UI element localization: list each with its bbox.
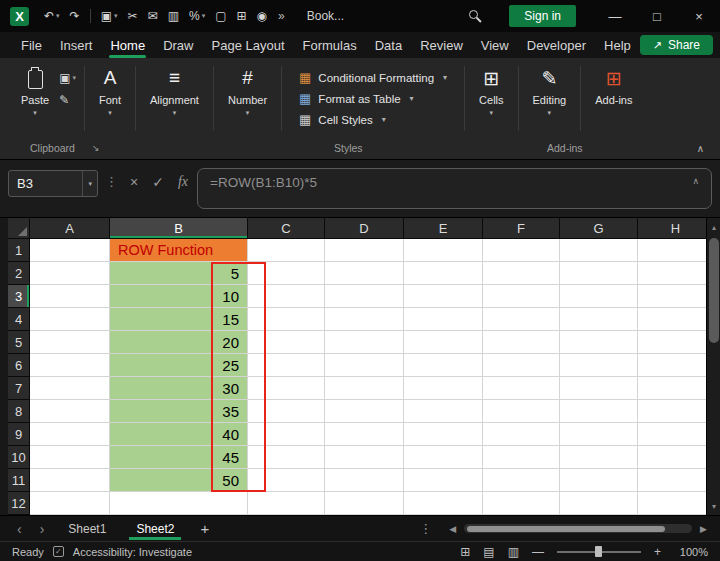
prev-sheet-icon[interactable]: ‹ bbox=[8, 521, 31, 537]
cell-E8[interactable] bbox=[404, 400, 483, 423]
horizontal-scrollbar[interactable] bbox=[464, 524, 692, 533]
cell-D12[interactable] bbox=[325, 492, 404, 515]
zoom-level[interactable]: 100% bbox=[674, 546, 708, 558]
row-header-3[interactable]: 3 bbox=[8, 285, 30, 308]
format-painter-icon[interactable]: ✎ bbox=[59, 93, 76, 107]
cell-A9[interactable] bbox=[30, 423, 110, 446]
cell-G12[interactable] bbox=[560, 492, 638, 515]
name-box-caret-icon[interactable]: ▾ bbox=[82, 171, 97, 196]
formula-input[interactable]: =ROW(B1:B10)*5 ∧ bbox=[197, 168, 712, 209]
collapse-ribbon-icon[interactable]: ∧ bbox=[697, 143, 704, 154]
new-sheet-button[interactable]: + bbox=[189, 520, 220, 537]
excel-app-icon[interactable]: X bbox=[10, 7, 29, 26]
sign-in-button[interactable]: Sign in bbox=[509, 5, 576, 27]
cell-C9[interactable] bbox=[248, 423, 325, 446]
number-button[interactable]: # Number ▾ bbox=[220, 63, 275, 119]
enter-icon[interactable]: ✓ bbox=[147, 168, 169, 190]
row-header-1[interactable]: 1 bbox=[8, 239, 30, 262]
copy-icon[interactable]: ▣▾ bbox=[96, 7, 123, 25]
cell-E5[interactable] bbox=[404, 331, 483, 354]
qat-overflow-icon[interactable]: » bbox=[272, 9, 291, 23]
scroll-down-icon[interactable]: ▾ bbox=[707, 499, 720, 513]
cell-C5[interactable] bbox=[248, 331, 325, 354]
cell-G4[interactable] bbox=[560, 308, 638, 331]
cell-B2[interactable]: 5 bbox=[110, 262, 248, 285]
scroll-right-icon[interactable]: ▶ bbox=[695, 524, 712, 534]
cell-C10[interactable] bbox=[248, 446, 325, 469]
cell-C6[interactable] bbox=[248, 354, 325, 377]
formula-bar-grip-icon[interactable]: ⋮ bbox=[102, 168, 121, 189]
row-header-6[interactable]: 6 bbox=[8, 354, 30, 377]
addins-button[interactable]: ⊞ Add-ins bbox=[587, 63, 640, 108]
scroll-up-icon[interactable]: ▴ bbox=[707, 220, 720, 234]
column-header-F[interactable]: F bbox=[483, 218, 560, 239]
cell-F8[interactable] bbox=[483, 400, 560, 423]
row-header-9[interactable]: 9 bbox=[8, 423, 30, 446]
share-button[interactable]: ↗ Share bbox=[640, 35, 713, 55]
cell-E9[interactable] bbox=[404, 423, 483, 446]
cell-B6[interactable]: 25 bbox=[110, 354, 248, 377]
cell-A6[interactable] bbox=[30, 354, 110, 377]
horizontal-scroll-thumb[interactable] bbox=[467, 526, 665, 532]
cell-A2[interactable] bbox=[30, 262, 110, 285]
new-document-icon[interactable]: ▢ bbox=[210, 7, 231, 25]
cell-G9[interactable] bbox=[560, 423, 638, 446]
cell-C7[interactable] bbox=[248, 377, 325, 400]
cell-F6[interactable] bbox=[483, 354, 560, 377]
cell-D9[interactable] bbox=[325, 423, 404, 446]
cell-F12[interactable] bbox=[483, 492, 560, 515]
page-layout-view-icon[interactable]: ▤ bbox=[483, 545, 494, 559]
zoom-slider[interactable] bbox=[557, 551, 641, 553]
cell-E6[interactable] bbox=[404, 354, 483, 377]
cell-A7[interactable] bbox=[30, 377, 110, 400]
cell-C4[interactable] bbox=[248, 308, 325, 331]
cell-B1[interactable]: ROW Function bbox=[110, 239, 248, 262]
cell-E12[interactable] bbox=[404, 492, 483, 515]
insert-function-icon[interactable]: fx bbox=[173, 168, 193, 190]
cell-G10[interactable] bbox=[560, 446, 638, 469]
cell-B11[interactable]: 50 bbox=[110, 469, 248, 492]
page-break-view-icon[interactable]: ▥ bbox=[508, 545, 519, 559]
paste-button[interactable]: Paste ▾ bbox=[13, 63, 57, 119]
cell-H9[interactable] bbox=[638, 423, 714, 446]
cell-A11[interactable] bbox=[30, 469, 110, 492]
mail-icon[interactable]: ✉ bbox=[143, 7, 163, 25]
column-header-D[interactable]: D bbox=[325, 218, 404, 239]
cell-E11[interactable] bbox=[404, 469, 483, 492]
cell-C8[interactable] bbox=[248, 400, 325, 423]
cell-E1[interactable] bbox=[404, 239, 483, 262]
zoom-in-icon[interactable]: + bbox=[654, 545, 661, 559]
cell-H3[interactable] bbox=[638, 285, 714, 308]
row-header-12[interactable]: 12 bbox=[8, 492, 30, 515]
cell-C1[interactable] bbox=[248, 239, 325, 262]
cell-C2[interactable] bbox=[248, 262, 325, 285]
cell-H1[interactable] bbox=[638, 239, 714, 262]
column-header-H[interactable]: H bbox=[638, 218, 714, 239]
cell-D10[interactable] bbox=[325, 446, 404, 469]
cell-A10[interactable] bbox=[30, 446, 110, 469]
conditional-formatting-button[interactable]: ▦Conditional Formatting▾ bbox=[295, 67, 451, 88]
cell-F7[interactable] bbox=[483, 377, 560, 400]
cell-E7[interactable] bbox=[404, 377, 483, 400]
cell-F4[interactable] bbox=[483, 308, 560, 331]
sheet-tab-sheet2[interactable]: Sheet2 bbox=[121, 518, 189, 540]
cell-A12[interactable] bbox=[30, 492, 110, 515]
menu-tab-home[interactable]: Home bbox=[101, 34, 154, 57]
cell-D6[interactable] bbox=[325, 354, 404, 377]
cell-D1[interactable] bbox=[325, 239, 404, 262]
column-header-A[interactable]: A bbox=[30, 218, 110, 239]
menu-tab-file[interactable]: File bbox=[12, 34, 51, 57]
cell-A8[interactable] bbox=[30, 400, 110, 423]
row-header-5[interactable]: 5 bbox=[8, 331, 30, 354]
menu-tab-data[interactable]: Data bbox=[366, 34, 411, 57]
cell-G2[interactable] bbox=[560, 262, 638, 285]
cell-styles-button[interactable]: ▦Cell Styles▾ bbox=[295, 109, 390, 130]
cell-B12[interactable] bbox=[110, 492, 248, 515]
cell-B10[interactable]: 45 bbox=[110, 446, 248, 469]
cell-F11[interactable] bbox=[483, 469, 560, 492]
cell-H4[interactable] bbox=[638, 308, 714, 331]
scroll-left-icon[interactable]: ◀ bbox=[444, 524, 461, 534]
menu-tab-formulas[interactable]: Formulas bbox=[294, 34, 366, 57]
cell-B4[interactable]: 15 bbox=[110, 308, 248, 331]
cell-F5[interactable] bbox=[483, 331, 560, 354]
